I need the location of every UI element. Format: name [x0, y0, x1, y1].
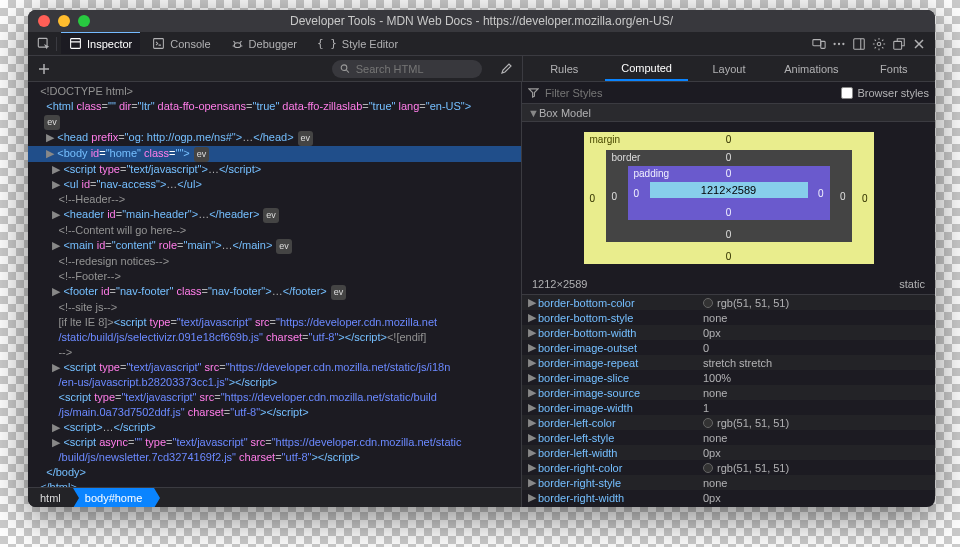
- devtools-window: Developer Tools - MDN Web Docs - https:/…: [28, 10, 935, 507]
- tab-console[interactable]: Console: [144, 32, 218, 55]
- bm-padding[interactable]: padding 0 0 0 0 1212×2589: [628, 166, 830, 220]
- dom-node[interactable]: <!--redesign notices-->: [28, 254, 521, 269]
- dom-node[interactable]: ▶ <main id="content" role="main">…</main…: [28, 238, 521, 254]
- menu-icon[interactable]: [831, 36, 847, 52]
- dom-node[interactable]: <!--Header-->: [28, 192, 521, 207]
- computed-property-row[interactable]: ▶border-right-width0px: [522, 490, 935, 505]
- window-controls: [28, 15, 90, 27]
- filter-bar: Browser styles: [522, 82, 935, 104]
- close-devtools-icon[interactable]: [911, 36, 927, 52]
- window-title: Developer Tools - MDN Web Docs - https:/…: [28, 14, 935, 28]
- dom-node[interactable]: ▶ <header id="main-header">…</header>ev: [28, 207, 521, 223]
- dom-node[interactable]: <!--site js-->: [28, 300, 521, 315]
- dom-node[interactable]: [if lte IE 8]><script type="text/javascr…: [28, 315, 521, 330]
- dom-node[interactable]: ▶ <script>…</script>: [28, 420, 521, 435]
- tab-debugger[interactable]: Debugger: [223, 32, 305, 55]
- edit-html-icon[interactable]: [498, 61, 514, 77]
- dom-node[interactable]: /js/main.0a73d7502ddf.js" charset="utf-8…: [28, 405, 521, 420]
- computed-property-row[interactable]: ▶border-bottom-colorrgb(51, 51, 51): [522, 295, 935, 310]
- search-input-field[interactable]: [356, 63, 474, 75]
- search-html-input[interactable]: [332, 60, 482, 78]
- sidebar-tab-animations[interactable]: Animations: [770, 56, 852, 81]
- bm-content[interactable]: 1212×2589: [650, 182, 808, 198]
- dom-node[interactable]: <!--Footer-->: [28, 269, 521, 284]
- tab-inspector[interactable]: Inspector: [61, 31, 140, 54]
- svg-rect-10: [894, 41, 902, 49]
- dom-node[interactable]: ▶ <script type="text/javascript">…</scri…: [28, 162, 521, 177]
- dom-node[interactable]: </body>: [28, 465, 521, 480]
- breadcrumb-item[interactable]: html: [28, 488, 73, 507]
- bm-border[interactable]: border 0 0 0 0 padding 0 0 0 0 1212×2589: [606, 150, 852, 242]
- computed-property-row[interactable]: ▶border-left-width0px: [522, 445, 935, 460]
- dom-node[interactable]: <script type="text/javascript" src="http…: [28, 390, 521, 405]
- svg-rect-4: [821, 41, 825, 48]
- tab-label: Style Editor: [342, 38, 398, 50]
- dom-tree[interactable]: <!DOCTYPE html> <html class="" dir="ltr"…: [28, 82, 521, 487]
- dom-node[interactable]: ▶ <body id="home" class="">ev: [28, 146, 521, 162]
- sidebar-tab-fonts[interactable]: Fonts: [853, 56, 935, 81]
- dom-node[interactable]: ▶ <script type="text/javascript" src="ht…: [28, 360, 521, 375]
- responsive-mode-icon[interactable]: [811, 36, 827, 52]
- pick-element-icon[interactable]: [36, 36, 52, 52]
- dock-side-icon[interactable]: [851, 36, 867, 52]
- element-position: static: [899, 278, 925, 290]
- dom-node[interactable]: /build/js/newsletter.7cd3274169f2.js" ch…: [28, 450, 521, 465]
- dom-node[interactable]: ▶ <ul id="nav-access">…</ul>: [28, 177, 521, 192]
- add-node-icon[interactable]: [36, 61, 52, 77]
- filter-styles-input[interactable]: [545, 87, 835, 99]
- close-window-button[interactable]: [38, 15, 50, 27]
- computed-property-row[interactable]: ▶border-left-stylenone: [522, 430, 935, 445]
- zoom-window-button[interactable]: [78, 15, 90, 27]
- dom-node[interactable]: /en-us/javascript.b28203373cc1.js"></scr…: [28, 375, 521, 390]
- breadcrumbs: htmlbody#home: [28, 487, 521, 507]
- side-panel: Browser styles ▼ Box Model margin 0 0 0 …: [522, 82, 935, 507]
- minimize-window-button[interactable]: [58, 15, 70, 27]
- dom-node[interactable]: </html>: [28, 480, 521, 487]
- breadcrumb-item[interactable]: body#home: [73, 488, 155, 507]
- computed-properties-list[interactable]: ▶border-bottom-colorrgb(51, 51, 51)▶bord…: [522, 295, 935, 507]
- dom-node[interactable]: ▶ <script async="" type="text/javascript…: [28, 435, 521, 450]
- inspector-icon: [69, 37, 82, 50]
- tab-label: Console: [170, 38, 210, 50]
- undock-icon[interactable]: [891, 36, 907, 52]
- dom-node[interactable]: <!--Content will go here-->: [28, 223, 521, 238]
- svg-rect-3: [813, 39, 821, 45]
- sidebar-tab-layout[interactable]: Layout: [688, 56, 770, 81]
- computed-property-row[interactable]: ▶border-image-repeatstretch stretch: [522, 355, 935, 370]
- computed-property-row[interactable]: ▶border-left-colorrgb(51, 51, 51): [522, 415, 935, 430]
- console-icon: [152, 37, 165, 50]
- dom-node[interactable]: ev: [28, 114, 521, 130]
- settings-gear-icon[interactable]: [871, 36, 887, 52]
- dom-node[interactable]: ▶ <footer id="nav-footer" class="nav-foo…: [28, 284, 521, 300]
- svg-point-6: [838, 42, 840, 44]
- dom-panel: <!DOCTYPE html> <html class="" dir="ltr"…: [28, 82, 522, 507]
- computed-property-row[interactable]: ▶border-bottom-stylenone: [522, 310, 935, 325]
- computed-property-row[interactable]: ▶border-bottom-width0px: [522, 325, 935, 340]
- dom-node[interactable]: <html class="" dir="ltr" data-ffo-opensa…: [28, 99, 521, 114]
- svg-point-9: [877, 42, 881, 46]
- dom-node[interactable]: ▶ <head prefix="og: http://ogp.me/ns#">……: [28, 130, 521, 146]
- svg-rect-1: [71, 39, 81, 49]
- sidebar-tab-rules[interactable]: Rules: [523, 56, 605, 81]
- sidebar-tab-computed[interactable]: Computed: [605, 56, 687, 81]
- dom-node[interactable]: /static/build/js/selectivizr.091e18cf669…: [28, 330, 521, 345]
- boxmodel-header[interactable]: ▼ Box Model: [522, 104, 935, 122]
- bm-margin[interactable]: margin 0 0 0 0 border 0 0 0 0 padding 0: [584, 132, 874, 264]
- svg-point-7: [842, 42, 844, 44]
- computed-property-row[interactable]: ▶border-image-sourcenone: [522, 385, 935, 400]
- computed-property-row[interactable]: ▶border-image-width1: [522, 400, 935, 415]
- tab-style-editor[interactable]: { } Style Editor: [309, 32, 406, 55]
- main-toolbar: Inspector Console Debugger { } Style Edi…: [28, 32, 935, 56]
- browser-styles-checkbox[interactable]: Browser styles: [841, 87, 929, 99]
- dom-node[interactable]: <!DOCTYPE html>: [28, 84, 521, 99]
- style-editor-icon: { }: [317, 37, 337, 50]
- computed-property-row[interactable]: ▶border-image-outset0: [522, 340, 935, 355]
- dom-node[interactable]: -->: [28, 345, 521, 360]
- tab-label: Debugger: [249, 38, 297, 50]
- tab-label: Inspector: [87, 38, 132, 50]
- element-size: 1212×2589: [532, 278, 587, 290]
- computed-property-row[interactable]: ▶border-image-slice100%: [522, 370, 935, 385]
- computed-property-row[interactable]: ▶border-right-colorrgb(51, 51, 51): [522, 460, 935, 475]
- browser-styles-label: Browser styles: [857, 87, 929, 99]
- computed-property-row[interactable]: ▶border-right-stylenone: [522, 475, 935, 490]
